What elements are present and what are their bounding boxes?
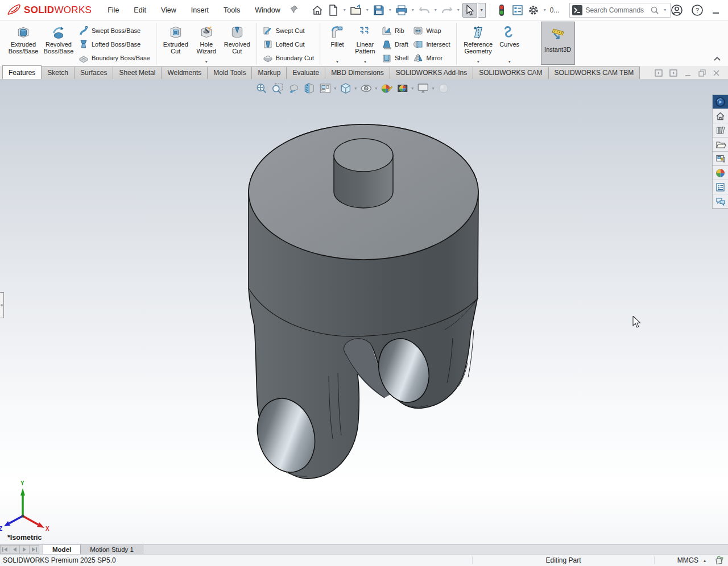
undo-button[interactable] (417, 3, 432, 18)
restore-icon[interactable] (698, 69, 706, 77)
help-icon[interactable]: ? (691, 4, 704, 16)
part-body[interactable] (249, 124, 478, 479)
tab-view-palette[interactable] (713, 152, 728, 166)
tab-solidworks-add-ins[interactable]: SOLIDWORKS Add-Ins (390, 66, 473, 79)
view-settings-icon[interactable] (416, 81, 429, 95)
pin-menu-icon[interactable] (289, 5, 299, 16)
traffic-light-icon[interactable] (494, 3, 509, 18)
magnifier-icon[interactable] (650, 6, 659, 15)
feature-pane-splitter[interactable] (0, 292, 4, 318)
menu-view[interactable]: View (155, 3, 182, 18)
tab-mold-tools[interactable]: Mold Tools (207, 66, 252, 79)
tab-mbd-dimensions[interactable]: MBD Dimensions (325, 66, 390, 79)
display-style-icon[interactable] (359, 81, 373, 95)
drawing-views-icon[interactable] (318, 81, 332, 95)
chevron-down-icon[interactable]: ▾ (342, 7, 348, 13)
revolved-boss-base-button[interactable]: Revolved Boss/Base (41, 22, 76, 64)
last-study-button[interactable] (29, 545, 39, 554)
close-icon[interactable] (713, 69, 720, 77)
graphics-viewport[interactable]: Y X Z ▾ ▾ ▾ ▾ ▾ (0, 80, 728, 544)
chevron-down-icon[interactable]: ▾ (365, 7, 370, 13)
chevron-down-icon[interactable]: ▾ (336, 59, 338, 64)
menu-edit[interactable]: Edit (128, 3, 152, 18)
select-cursor-button[interactable] (462, 3, 477, 18)
mirror-button[interactable]: Mirror (411, 52, 452, 64)
open-button[interactable] (349, 3, 363, 18)
tab-sketch[interactable]: Sketch (41, 66, 75, 79)
chevron-down-icon[interactable]: ▾ (334, 86, 336, 91)
menu-file[interactable]: File (102, 3, 125, 18)
chevron-down-icon[interactable]: ▾ (477, 59, 479, 64)
view-orientation-icon[interactable] (338, 81, 352, 95)
menu-window[interactable]: Window (249, 3, 286, 18)
menu-insert[interactable]: Insert (185, 3, 214, 18)
tab-appearances-scenes[interactable] (713, 166, 728, 180)
extruded-boss-base-button[interactable]: Extruded Boss/Base (6, 22, 41, 64)
linear-pattern-button[interactable]: Linear Pattern ▾ (351, 22, 379, 64)
minimize-icon[interactable] (712, 6, 721, 15)
next-study-button[interactable] (19, 545, 30, 554)
reference-geometry-button[interactable]: Reference Geometry ▾ (460, 22, 497, 64)
tab-design-library[interactable] (713, 123, 728, 138)
pane-next-icon[interactable] (669, 69, 677, 77)
wrap-button[interactable]: Wrap (411, 25, 452, 36)
swept-boss-base-button[interactable]: Swept Boss/Base (76, 25, 152, 36)
user-account-icon[interactable] (671, 4, 683, 16)
chevron-down-icon[interactable]: ▾ (411, 86, 413, 91)
part-3d-view[interactable]: Y X Z (0, 80, 728, 544)
tab-evaluate[interactable]: Evaluate (286, 66, 325, 79)
instant3d-button[interactable]: Instant3D (541, 22, 575, 65)
lofted-cut-button[interactable]: Lofted Cut (260, 39, 316, 50)
revolved-cut-button[interactable]: Revolved Cut (221, 22, 253, 64)
chevron-down-icon[interactable]: ▾ (662, 7, 668, 13)
shell-button[interactable]: Shell (379, 52, 411, 64)
chevron-down-icon[interactable]: ▾ (387, 7, 393, 13)
tab-surfaces[interactable]: Surfaces (74, 66, 113, 79)
zoom-to-fit-icon[interactable] (254, 81, 268, 95)
minimize-icon[interactable] (684, 69, 692, 77)
fillet-button[interactable]: Fillet ▾ (324, 22, 351, 64)
save-button[interactable] (371, 3, 386, 18)
boundary-boss-base-button[interactable]: Boundary Boss/Base (76, 52, 152, 64)
tab-model[interactable]: Model (43, 545, 81, 554)
edit-appearance-icon[interactable] (379, 81, 393, 95)
tab-3dexperience[interactable] (713, 95, 728, 109)
chevron-down-icon[interactable]: ▾ (410, 7, 416, 13)
print-button[interactable] (394, 3, 409, 18)
redo-button[interactable] (440, 3, 454, 18)
chevron-down-icon[interactable]: ▾ (354, 86, 357, 91)
tab-features[interactable]: Features (2, 65, 42, 79)
chevron-down-icon[interactable]: ▾ (542, 7, 548, 13)
search-input[interactable] (585, 6, 647, 14)
chevron-down-icon[interactable]: ▾ (432, 86, 434, 91)
tab-custom-properties[interactable] (713, 180, 728, 194)
tab-home[interactable] (713, 109, 728, 123)
chevron-down-icon[interactable]: ▾ (375, 86, 377, 91)
units-caret-icon[interactable]: ▴ (698, 558, 711, 563)
ribbon-collapse-icon[interactable] (713, 53, 721, 64)
tab-weldments[interactable]: Weldments (161, 66, 208, 79)
previous-view-icon[interactable] (286, 81, 300, 95)
part-boss-top[interactable] (334, 139, 393, 172)
rib-button[interactable]: Rib (379, 25, 411, 36)
chevron-down-icon[interactable]: ▾ (508, 59, 511, 64)
home-button[interactable] (310, 3, 325, 18)
boundary-cut-button[interactable]: Boundary Cut (260, 52, 316, 64)
status-units[interactable]: MMGS (654, 556, 698, 564)
previous-study-button[interactable] (10, 545, 20, 554)
chevron-down-icon[interactable]: ▾ (364, 59, 366, 64)
new-document-button[interactable] (326, 3, 341, 18)
ambient-occlusion-icon[interactable] (436, 81, 450, 95)
quick-tips-icon[interactable] (711, 556, 728, 565)
tab-solidworks-forum[interactable] (713, 194, 728, 209)
intersect-button[interactable]: Intersect (411, 39, 452, 50)
tab-solidworks-cam-tbm[interactable]: SOLIDWORKS CAM TBM (548, 66, 640, 79)
display-settings-button[interactable] (510, 3, 525, 18)
tab-sheet-metal[interactable]: Sheet Metal (113, 66, 162, 79)
extruded-cut-button[interactable]: Extruded Cut (160, 22, 192, 64)
select-cursor-caret[interactable]: ▾ (478, 3, 486, 18)
chevron-down-icon[interactable]: ▾ (205, 59, 208, 64)
zoom-to-area-icon[interactable] (270, 81, 284, 95)
hole-wizard-button[interactable]: Hole Wizard ▾ (192, 22, 221, 64)
curves-button[interactable]: Curves ▾ (497, 22, 523, 64)
